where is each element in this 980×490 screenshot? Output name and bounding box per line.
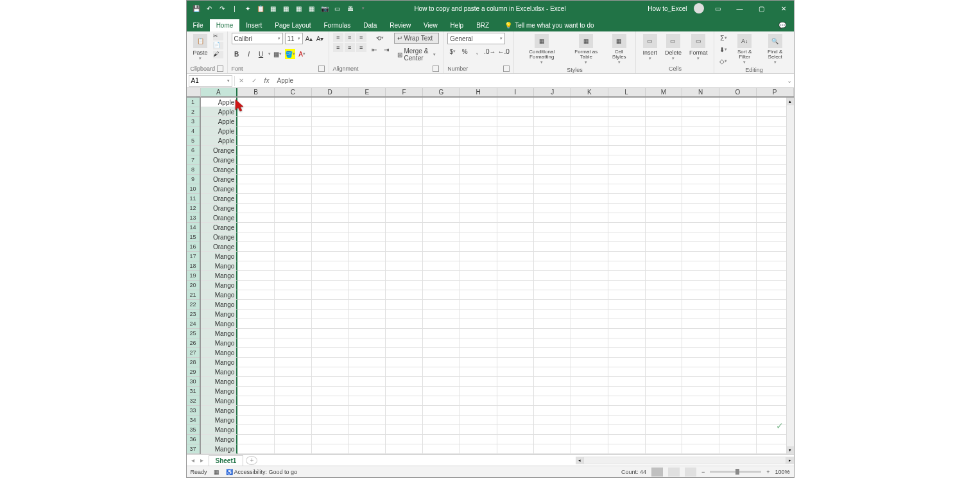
cell[interactable] [534, 406, 571, 416]
row-header[interactable]: 19 [187, 271, 200, 281]
zoom-out-button[interactable]: − [701, 469, 705, 475]
cell[interactable] [275, 175, 312, 184]
align-center-button[interactable]: ≡ [345, 43, 355, 52]
cell[interactable] [237, 146, 275, 155]
scroll-right-icon[interactable]: ▸ [786, 457, 794, 464]
touch-mode-icon[interactable]: ✦ [242, 3, 254, 14]
cell[interactable] [460, 367, 497, 377]
cell[interactable] [646, 396, 683, 406]
cell[interactable] [349, 242, 386, 252]
cell[interactable] [608, 232, 646, 242]
cell[interactable] [534, 281, 571, 290]
cell[interactable] [571, 223, 608, 232]
cell[interactable] [646, 358, 683, 367]
cell[interactable] [423, 387, 460, 396]
cell[interactable] [312, 136, 349, 146]
cell[interactable] [646, 435, 683, 444]
insert-cells-button[interactable]: ▭ Insert▾ [640, 33, 660, 62]
row-header[interactable]: 14 [187, 223, 200, 232]
row-header[interactable]: 18 [187, 261, 200, 271]
cell[interactable] [312, 165, 349, 175]
cell[interactable] [275, 223, 312, 232]
cell[interactable] [682, 319, 719, 329]
cell[interactable]: Orange [201, 223, 238, 232]
cell[interactable] [571, 184, 608, 194]
cell[interactable] [608, 184, 646, 194]
cell[interactable] [349, 416, 386, 425]
cell[interactable] [534, 444, 571, 454]
cell[interactable] [237, 213, 275, 223]
cell[interactable] [608, 155, 646, 165]
cell[interactable] [237, 252, 275, 261]
cell[interactable] [423, 98, 460, 107]
row-header[interactable]: 20 [187, 281, 200, 290]
cell[interactable] [460, 194, 497, 204]
cell[interactable] [682, 310, 719, 319]
cell[interactable] [423, 406, 460, 416]
cell[interactable] [237, 367, 275, 377]
cell[interactable] [386, 242, 423, 252]
column-header-L[interactable]: L [608, 88, 646, 96]
cell[interactable] [312, 377, 349, 387]
cell[interactable]: Apple [201, 98, 238, 107]
cell[interactable] [646, 146, 683, 155]
cell[interactable] [460, 271, 497, 281]
cell[interactable] [646, 204, 683, 213]
cell[interactable] [275, 435, 312, 444]
alignment-dialog-launcher[interactable] [433, 66, 439, 72]
cell[interactable] [275, 358, 312, 367]
cell[interactable] [682, 165, 719, 175]
cell[interactable] [682, 146, 719, 155]
cell[interactable] [460, 329, 497, 338]
cell[interactable] [386, 348, 423, 358]
cell[interactable] [423, 232, 460, 242]
cell[interactable] [312, 98, 349, 107]
cell[interactable]: Orange [201, 232, 238, 242]
cell[interactable] [312, 261, 349, 271]
cell[interactable] [719, 329, 757, 338]
cell[interactable] [608, 329, 646, 338]
cell[interactable] [423, 165, 460, 175]
cell[interactable] [237, 204, 275, 213]
cell[interactable] [312, 338, 349, 348]
cell[interactable] [275, 117, 312, 127]
cells-area[interactable]: AppleAppleAppleAppleAppleOrangeOrangeOra… [201, 98, 794, 454]
cell[interactable] [460, 155, 497, 165]
cell[interactable] [460, 107, 497, 117]
cell[interactable] [423, 127, 460, 136]
cell[interactable] [608, 175, 646, 184]
cell[interactable] [237, 329, 275, 338]
cell[interactable]: Mango [201, 358, 238, 367]
cell[interactable] [312, 117, 349, 127]
borders2-qat-icon[interactable]: ▦ [280, 3, 292, 14]
cell[interactable] [682, 117, 719, 127]
row-header[interactable]: 30 [187, 377, 200, 387]
cell[interactable] [386, 319, 423, 329]
cell[interactable] [349, 271, 386, 281]
cell[interactable] [497, 107, 535, 117]
cell[interactable] [349, 194, 386, 204]
cell[interactable] [608, 406, 646, 416]
cell[interactable] [571, 435, 608, 444]
cell[interactable] [719, 271, 757, 281]
cell[interactable] [719, 107, 757, 117]
cell[interactable] [719, 194, 757, 204]
row-header[interactable]: 6 [187, 146, 200, 155]
cell[interactable] [571, 300, 608, 310]
row-header[interactable]: 33 [187, 406, 200, 416]
cell[interactable] [312, 319, 349, 329]
cell[interactable] [349, 175, 386, 184]
row-header[interactable]: 16 [187, 242, 200, 252]
cell[interactable] [608, 338, 646, 348]
cell[interactable] [646, 271, 683, 281]
cell[interactable]: Mango [201, 338, 238, 348]
row-header[interactable]: 5 [187, 136, 200, 146]
cell[interactable] [423, 175, 460, 184]
column-header-D[interactable]: D [312, 88, 349, 96]
cell[interactable] [349, 213, 386, 223]
cell[interactable] [571, 387, 608, 396]
cell[interactable] [275, 329, 312, 338]
copy-button[interactable]: 📄 [213, 42, 223, 49]
formula-input[interactable]: Apple [273, 76, 785, 85]
cell[interactable] [608, 348, 646, 358]
